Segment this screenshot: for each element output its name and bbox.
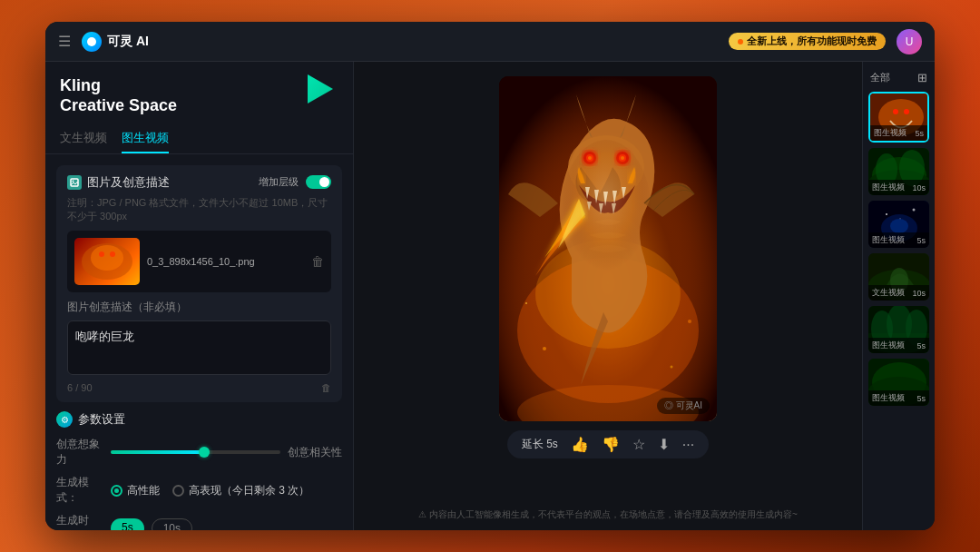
section-header: 图片及创意描述 增加层级 — [67, 174, 331, 191]
thumb-dur-6: 5s — [916, 394, 926, 403]
thumb-type-5: 图生视频 — [872, 340, 905, 351]
svg-point-2 — [73, 180, 74, 182]
logo-inner — [87, 37, 96, 46]
uploaded-thumb — [74, 238, 140, 285]
svg-marker-0 — [308, 74, 333, 104]
thumb-type-4: 文生视频 — [872, 287, 905, 299]
desc-label: 图片创意描述（非必填） — [67, 300, 331, 315]
logo-area: 可灵 AI — [82, 32, 149, 52]
new-features-badge: 全新上线，所有功能现时免费 — [729, 33, 886, 50]
image-upload-area[interactable]: 0_3_898x1456_10_.png 🗑 — [67, 231, 331, 292]
mode-high-perf-label: 高性能 — [127, 483, 160, 498]
brand-logo-icon — [299, 69, 338, 109]
radio-dot-unselected — [172, 485, 184, 497]
chip-10s[interactable]: 10s — [152, 518, 192, 530]
svg-point-29 — [904, 109, 909, 114]
add-layer-btn[interactable]: 增加层级 — [259, 175, 299, 189]
badge-text: 全新上线，所有功能现时免费 — [747, 34, 877, 48]
chip-5s[interactable]: 5s — [111, 518, 144, 530]
thumb-type-1: 图生视频 — [874, 127, 906, 139]
toggle-switch[interactable] — [306, 175, 331, 189]
image-section-title: 图片及创意描述 — [87, 174, 170, 191]
right-panel-header: 全部 ⊞ — [863, 67, 935, 92]
duration-label: 生成时长： — [56, 513, 103, 530]
slider-thumb — [199, 447, 210, 458]
svg-point-40 — [890, 219, 908, 233]
user-avatar[interactable]: U — [897, 29, 922, 54]
thumb-item-2[interactable]: 图生视频 10s — [868, 148, 929, 195]
brand-line2: Creative Space — [60, 96, 177, 115]
like-icon[interactable]: 👍 — [571, 436, 589, 453]
badge-dot-icon — [738, 39, 743, 44]
svg-point-5 — [99, 251, 104, 257]
section-actions: 增加层级 — [259, 175, 331, 189]
thumb-item-6[interactable]: 图生视频 5s — [868, 359, 929, 406]
duration-chip-group: 5s 10s — [111, 518, 192, 530]
brand-line1: Kling — [60, 76, 177, 96]
app-window: ☰ 可灵 AI 全新上线，所有功能现时免费 U Kling Creative S… — [45, 22, 935, 530]
params-section: ⚙ 参数设置 创意想象力 创意相关性 生成模式： — [56, 411, 342, 530]
download-icon[interactable]: ⬇ — [658, 436, 670, 453]
mode-row: 生成模式： 高性能 高表现（今日剩余 3 次） — [56, 475, 342, 506]
collapse-button[interactable]: 《 — [862, 281, 863, 310]
filter-label[interactable]: 全部 — [870, 71, 890, 84]
mode-high-perf[interactable]: 高性能 — [111, 483, 160, 498]
thumb-item-5[interactable]: 图生视频 5s — [868, 306, 929, 353]
extend-button[interactable]: 延长 5s — [522, 437, 558, 452]
more-icon[interactable]: ··· — [682, 437, 694, 453]
svg-point-28 — [893, 109, 898, 114]
thumb-dur-4: 10s — [912, 289, 926, 298]
thumb-item-4[interactable]: 文生视频 10s — [868, 253, 929, 301]
menu-icon[interactable]: ☰ — [58, 33, 71, 50]
video-preview: ◎ 可灵AI — [499, 76, 717, 421]
dragon-background — [499, 76, 717, 421]
watermark: ◎ 可灵AI — [657, 398, 710, 414]
star-icon[interactable]: ☆ — [632, 436, 645, 453]
left-panel: Kling Creative Space — [45, 62, 354, 530]
params-title: 参数设置 — [78, 411, 125, 428]
delete-prompt-icon[interactable]: 🗑 — [321, 382, 331, 393]
thumb-dur-1: 5s — [915, 129, 924, 138]
logo-circle-icon — [82, 32, 102, 52]
prompt-textarea[interactable]: 咆哮的巨龙 — [67, 320, 331, 375]
creativity-slider[interactable] — [111, 450, 280, 454]
mode-high-quality[interactable]: 高表现（今日剩余 3 次） — [172, 483, 309, 498]
delete-icon[interactable]: 🗑 — [311, 254, 324, 269]
tab-image-to-video[interactable]: 图生视频 — [122, 124, 169, 153]
right-panel: 《 全部 ⊞ 图生视频 5s — [862, 62, 935, 530]
hint-text: 注明：JPG / PNG 格式文件，文件大小不超过 10MB，尺寸不少于 300… — [67, 196, 331, 224]
thumb-item[interactable]: 图生视频 5s — [868, 92, 929, 143]
file-name: 0_3_898x1456_10_.png — [147, 255, 304, 268]
tab-text-to-video[interactable]: 文生视频 — [60, 124, 107, 153]
thumb-type-6: 图生视频 — [872, 392, 905, 404]
logo-text: 可灵 AI — [107, 34, 149, 50]
thumb-label-5: 图生视频 5s — [868, 338, 929, 353]
thumb-label-1: 图生视频 5s — [870, 125, 927, 141]
thumb-label-6: 图生视频 5s — [868, 390, 929, 406]
creativity-row: 创意想象力 创意相关性 — [56, 437, 342, 468]
thumb-item-3[interactable]: 图生视频 5s — [868, 201, 929, 248]
svg-point-37 — [913, 209, 916, 212]
grid-icon[interactable]: ⊞ — [917, 71, 927, 84]
thumb-label-3: 图生视频 5s — [868, 232, 929, 248]
thumb-label-2: 图生视频 10s — [868, 180, 929, 195]
thumb-type-3: 图生视频 — [872, 234, 905, 246]
center-panel: ◎ 可灵AI 延长 5s 👍 👎 ☆ ⬇ ··· ⚠ 内容由人工智能像相生成，不… — [354, 62, 862, 530]
dragon-thumb-bg — [74, 238, 140, 285]
image-section: 图片及创意描述 增加层级 注明：JPG / PNG 格式文件，文件大小不超过 1… — [56, 165, 342, 403]
header: ☰ 可灵 AI 全新上线，所有功能现时免费 U — [45, 22, 935, 62]
mode-radio-group: 高性能 高表现（今日剩余 3 次） — [111, 483, 342, 498]
thumb-dur-5: 5s — [916, 341, 926, 350]
relevance-label: 创意相关性 — [288, 445, 342, 460]
svg-point-21 — [543, 347, 546, 350]
video-controls: 延长 5s 👍 👎 ☆ ⬇ ··· — [507, 430, 709, 458]
duration-row: 生成时长： 5s 10s — [56, 513, 342, 530]
dislike-icon[interactable]: 👎 — [602, 436, 620, 453]
mode-label: 生成模式： — [56, 475, 103, 506]
char-count: 6 / 90 🗑 — [67, 382, 331, 393]
mode-high-quality-label: 高表现（今日剩余 3 次） — [189, 483, 309, 498]
char-count-text: 6 / 90 — [67, 382, 93, 393]
svg-point-24 — [688, 320, 691, 323]
disclaimer: ⚠ 内容由人工智能像相生成，不代表平台的观点，在场地点意，请合理及高效的使用生成… — [418, 508, 798, 521]
thumb-dur-3: 5s — [916, 236, 926, 245]
